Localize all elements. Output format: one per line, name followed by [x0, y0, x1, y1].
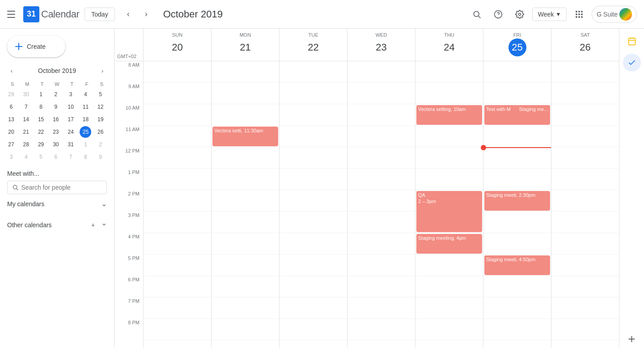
create-button[interactable]: Create	[7, 36, 65, 57]
week-selector[interactable]: Week ▼	[532, 8, 567, 21]
mini-cal-day[interactable]: 25	[80, 126, 91, 138]
mini-cal-day[interactable]: 13	[5, 114, 17, 125]
mini-cal-day[interactable]: 26	[95, 126, 106, 138]
user-avatar	[619, 8, 632, 21]
mini-cal-day[interactable]: 4	[20, 151, 32, 163]
mini-cal-day[interactable]: 19	[95, 114, 106, 125]
mini-cal-day[interactable]: 3	[5, 151, 17, 163]
mini-cal-prev[interactable]: ‹	[5, 64, 18, 77]
right-add-button[interactable]: +	[623, 330, 641, 348]
mini-cal-day[interactable]: 22	[35, 126, 47, 138]
calendar-event[interactable]: Vectera setting, 10am	[416, 105, 482, 125]
mini-cal-day[interactable]: 6	[50, 151, 62, 163]
help-button[interactable]	[489, 5, 507, 23]
topbar: 31 Calendar Today ‹ › October 2019 Week …	[0, 0, 644, 29]
hour-line	[280, 190, 347, 212]
mini-cal-day[interactable]: 20	[5, 126, 17, 138]
day-col-0[interactable]	[143, 61, 211, 348]
mini-cal-day[interactable]: 14	[20, 114, 32, 125]
calendar-event[interactable]: Staging meeting, 4pm	[416, 234, 482, 254]
current-time-line	[483, 147, 551, 148]
right-check-icon[interactable]	[623, 54, 641, 72]
app-logo[interactable]: 31 Calendar	[23, 6, 79, 22]
settings-button[interactable]	[511, 5, 529, 23]
day-header-thu[interactable]: THU24	[415, 29, 483, 61]
day-header-mon[interactable]: MON21	[211, 29, 279, 61]
mini-cal-day[interactable]: 6	[5, 101, 17, 113]
hour-line	[280, 319, 347, 340]
other-calendars-header[interactable]: Other calendars + ⌄	[0, 215, 114, 235]
hour-line	[415, 61, 483, 83]
day-col-4[interactable]: Vectera setting, 10amQA 2 – 3pmStaging m…	[415, 61, 483, 348]
day-col-1[interactable]: Vectera setti, 11:30am	[211, 61, 279, 348]
mini-cal-day[interactable]: 11	[80, 101, 91, 113]
today-button[interactable]: Today	[85, 8, 114, 21]
right-calendar-icon[interactable]	[623, 32, 641, 50]
calendar-event[interactable]: Staging meeti, 2:30pm	[484, 191, 550, 211]
calendar-body: 8 AM9 AM10 AM11 AM12 PM1 PM2 PM3 PM4 PM5…	[114, 61, 619, 348]
prev-arrow[interactable]: ‹	[120, 6, 136, 22]
next-arrow[interactable]: ›	[138, 6, 154, 22]
calendar-event[interactable]: Vectera setti, 11:30am	[212, 127, 278, 146]
mini-cal-day[interactable]: 17	[65, 114, 76, 125]
mini-cal-day[interactable]: 9	[50, 101, 62, 113]
day-header-tue[interactable]: TUE22	[279, 29, 347, 61]
other-calendars-add[interactable]: +	[87, 219, 99, 231]
mini-cal-day[interactable]: 5	[95, 89, 106, 100]
search-people-field[interactable]	[7, 181, 107, 194]
hour-line	[280, 104, 347, 126]
day-col-5[interactable]: Test with MStaging me...Staging meeti, 2…	[483, 61, 551, 348]
hour-line	[347, 104, 415, 126]
day-header-fri[interactable]: FRI25	[483, 29, 551, 61]
mini-cal-next[interactable]: ›	[96, 64, 109, 77]
calendar-event[interactable]: Staging meeti, 4:50pm	[484, 255, 550, 275]
search-people-input[interactable]	[21, 184, 102, 191]
mini-cal-day[interactable]: 23	[50, 126, 62, 138]
mini-cal-day[interactable]: 1	[35, 89, 47, 100]
hour-line	[144, 319, 211, 340]
mini-cal-day[interactable]: 10	[65, 101, 76, 113]
apps-button[interactable]	[570, 5, 588, 23]
mini-cal-day[interactable]: 21	[20, 126, 32, 138]
hour-line	[415, 255, 483, 276]
mini-cal-day[interactable]: 5	[35, 151, 47, 163]
mini-cal-day[interactable]: 30	[20, 89, 32, 100]
mini-cal-day[interactable]: 2	[50, 89, 62, 100]
day-col-2[interactable]	[279, 61, 347, 348]
time-label: 8 AM	[114, 61, 143, 83]
mini-cal-day[interactable]: 9	[95, 151, 106, 163]
mini-cal-day[interactable]: 18	[80, 114, 91, 125]
day-col-6[interactable]	[551, 61, 619, 348]
mini-cal-day[interactable]: 7	[65, 151, 76, 163]
hour-line	[212, 83, 279, 104]
day-col-3[interactable]	[347, 61, 415, 348]
search-button[interactable]	[468, 5, 486, 23]
calendar-event[interactable]: Staging me...	[517, 105, 551, 125]
mini-cal-day[interactable]: 29	[35, 139, 47, 150]
mini-cal-day[interactable]: 27	[5, 139, 17, 150]
hour-line	[280, 255, 347, 276]
day-header-sun[interactable]: SUN20	[143, 29, 211, 61]
mini-cal-day[interactable]: 2	[95, 139, 106, 150]
day-header-sat[interactable]: SAT26	[551, 29, 619, 61]
hour-line	[212, 190, 279, 212]
mini-cal-day[interactable]: 16	[50, 114, 62, 125]
mini-cal-day[interactable]: 4	[80, 89, 91, 100]
mini-cal-day[interactable]: 29	[5, 89, 17, 100]
mini-cal-day[interactable]: 1	[80, 139, 91, 150]
mini-cal-day[interactable]: 31	[65, 139, 76, 150]
gsuite-badge[interactable]: G Suite	[592, 6, 637, 23]
mini-cal-day[interactable]: 8	[35, 101, 47, 113]
mini-cal-day[interactable]: 24	[65, 126, 76, 138]
day-header-wed[interactable]: WED23	[347, 29, 415, 61]
my-calendars-header[interactable]: My calendars ⌄	[0, 196, 114, 212]
mini-cal-day[interactable]: 8	[80, 151, 91, 163]
mini-cal-day[interactable]: 3	[65, 89, 76, 100]
mini-cal-day[interactable]: 7	[20, 101, 32, 113]
mini-cal-day[interactable]: 12	[95, 101, 106, 113]
hamburger-icon[interactable]	[7, 9, 18, 20]
mini-cal-day[interactable]: 30	[50, 139, 62, 150]
mini-cal-day[interactable]: 28	[20, 139, 32, 150]
calendar-event[interactable]: QA 2 – 3pm	[416, 191, 482, 232]
mini-cal-day[interactable]: 15	[35, 114, 47, 125]
